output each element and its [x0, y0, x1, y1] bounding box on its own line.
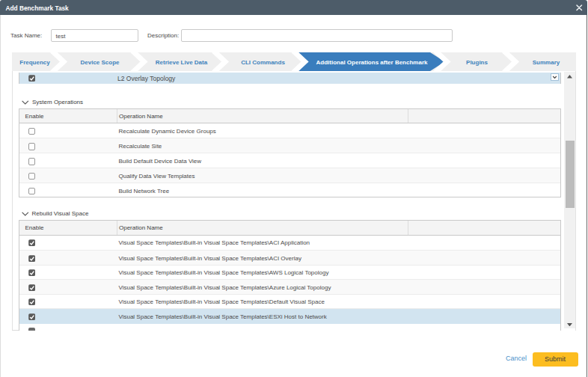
svg-text:CLI Commands: CLI Commands — [241, 59, 285, 66]
svg-text:Retrieve Live Data: Retrieve Live Data — [155, 59, 207, 66]
svg-text:Plugins: Plugins — [466, 59, 488, 66]
svg-text:Frequency: Frequency — [19, 59, 50, 66]
svg-text:Summary: Summary — [532, 59, 560, 66]
svg-text:Device Scope: Device Scope — [80, 59, 120, 66]
svg-text:Additional Operations after Be: Additional Operations after Benchmark — [316, 59, 427, 66]
